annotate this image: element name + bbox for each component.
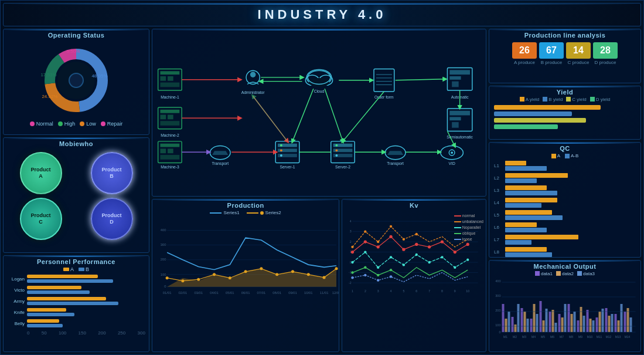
svg-rect-205 [540,301,542,332]
yield-label-a: A yield [526,97,540,102]
svg-line-84 [253,96,288,141]
svg-rect-44 [449,70,470,75]
svg-point-177 [390,276,392,278]
yield-legend-a: A yield [520,97,540,102]
svg-point-150 [428,246,431,249]
yield-row-d [494,124,636,129]
legend-label-low: Low [86,121,96,127]
svg-point-173 [390,269,392,271]
svg-text:48.05%: 48.05% [91,73,107,79]
svg-text:06/01: 06/01 [241,291,250,295]
svg-rect-14 [161,83,180,87]
svg-point-167 [441,256,444,258]
svg-rect-24 [161,148,166,153]
qc-legend-ab: A-B [565,153,578,158]
prod-c-label: C produce [568,60,590,65]
svg-point-154 [352,246,354,248]
bar-logan-b [27,279,113,283]
legend-color-b [79,268,84,271]
product-circle-a: ProductA [20,152,62,194]
qc-row-l5: L5 [494,210,636,220]
svg-point-59 [280,144,282,147]
production-line-panel: Production line analysis 26 A produce 67… [489,29,641,83]
svg-rect-45 [449,76,461,80]
svg-rect-18 [161,115,166,120]
kv-line-normal [454,215,461,217]
svg-text:Server-2: Server-2 [335,165,350,169]
svg-text:M2: M2 [513,335,517,339]
prod-legend-s1: Series1 [210,210,239,215]
qc-row-l1: L1 [494,161,636,171]
svg-text:Server-1: Server-1 [280,165,295,169]
svg-point-158 [403,238,405,241]
svg-rect-37 [374,69,394,92]
dashboard: Industry 4.0 Operating Status [0,0,644,355]
svg-point-156 [377,241,379,243]
svg-text:M12: M12 [606,335,612,339]
svg-point-114 [291,271,294,273]
svg-rect-219 [583,316,585,332]
svg-text:M14: M14 [625,335,631,339]
svg-text:M3: M3 [522,335,526,339]
kv-legend-oblique: oblique [454,231,483,235]
mechanical-svg: 400 300 200 100 0 [489,278,640,339]
svg-point-171 [364,266,366,269]
svg-point-163 [390,256,392,258]
svg-text:04/01: 04/01 [210,291,219,295]
product-c-label: ProductC [30,212,50,225]
svg-text:11/01: 11/01 [320,291,329,295]
svg-point-115 [307,273,310,276]
svg-text:7: 7 [428,289,430,293]
prod-d-label: D produce [595,60,616,65]
qc-l3: L3 [494,188,503,193]
personnel-chart: Logan Victo Army [4,273,149,337]
svg-rect-23 [161,144,180,147]
personnel-row-belly: Belly [7,319,145,327]
qc-bar-l1-b [505,166,547,171]
svg-text:M7: M7 [560,335,564,339]
svg-text:Cloud: Cloud [314,89,325,93]
prod-s2-dot [260,211,264,215]
product-grid: ProductA ProductB ProductC ProductD [4,148,149,244]
svg-rect-26 [161,155,180,160]
yield-bar-d [494,124,558,129]
svg-rect-210 [555,323,557,332]
legend-label-b: B [86,266,89,272]
prod-b-box: 67 [539,42,564,59]
qc-bar-l4-a [505,198,557,202]
kv-line-unbalanced [454,221,461,222]
product-a-label: ProductA [30,167,50,180]
svg-point-169 [466,259,469,261]
legend-label-normal: Normal [36,121,53,127]
mech-legend-d2: data2 [556,271,574,276]
yield-legend-d: D yield [590,97,610,102]
qc-l1: L1 [494,163,503,168]
qc-bar-l5-a [505,210,552,215]
right-column: Production line analysis 26 A produce 67… [489,29,641,352]
operating-status-title: Operating Status [4,29,149,40]
svg-point-108 [197,278,200,281]
svg-text:Order form: Order form [374,95,394,99]
legend-high: High [58,121,76,127]
mechanical-legend: data1 data2 data3 [489,271,640,276]
bottom-middle: Production Series1 Series2 400 300 [152,199,486,352]
flow-diagram-panel: Machine-1 Machine-2 Machine-3 [152,29,486,197]
svg-text:200: 200 [495,309,500,312]
svg-rect-218 [580,307,582,332]
svg-rect-207 [546,309,548,332]
qc-title: QC [489,143,640,153]
svg-point-113 [275,273,278,276]
kv-label-noparallel: Noparallel [462,225,481,229]
svg-point-110 [229,277,231,280]
product-b-item: ProductB [78,152,145,194]
svg-point-165 [415,253,418,256]
donut-legend: Normal High Low Repair [30,121,123,127]
legend-low: Low [80,121,96,127]
qc-bars-l8 [505,247,636,257]
svg-point-174 [352,276,354,279]
bar-knife-a [27,308,66,312]
yield-label-b: B yield [548,97,563,102]
svg-text:Machine-3: Machine-3 [161,165,179,169]
svg-line-92 [343,92,384,141]
qc-bar-l2-a [505,173,568,178]
